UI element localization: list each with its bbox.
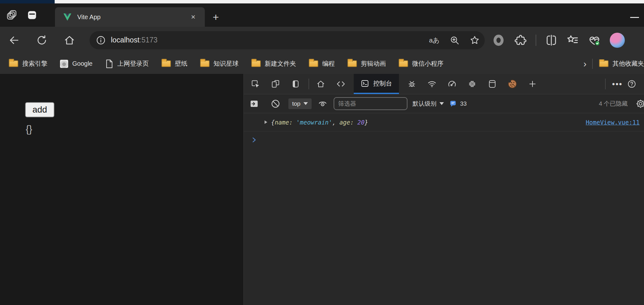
- chevron-down-icon: [303, 102, 308, 105]
- live-expression-eye-icon[interactable]: [317, 98, 329, 110]
- workspaces-icon[interactable]: [5, 8, 19, 22]
- inspect-element-icon[interactable]: [248, 77, 263, 91]
- toolbar-divider: [536, 35, 536, 46]
- other-favorites-folder[interactable]: 其他收藏夹: [599, 59, 644, 68]
- tab-actions-icon[interactable]: [25, 8, 39, 22]
- folder-icon: [309, 60, 318, 67]
- more-tools-plus-icon[interactable]: [525, 77, 540, 91]
- profile-avatar[interactable]: [610, 33, 625, 48]
- application-tab-icon[interactable]: [485, 77, 499, 91]
- devtools-divider: [605, 79, 606, 89]
- performance-tab-icon[interactable]: [445, 77, 459, 91]
- folder-icon: [161, 60, 171, 67]
- url-port: :5173: [139, 36, 158, 44]
- home-button[interactable]: [62, 33, 77, 48]
- debugger-bug-icon[interactable]: [405, 77, 419, 91]
- hidden-messages-count[interactable]: 4 个已隐藏: [599, 100, 628, 108]
- tab-vite-app[interactable]: Vite App ×: [55, 7, 205, 27]
- bookmark-login-page[interactable]: 上网登录页: [105, 59, 149, 69]
- memory-tab-icon[interactable]: [465, 77, 479, 91]
- console-tab-label: 控制台: [373, 79, 392, 88]
- cookie-extension-icon[interactable]: [505, 77, 520, 91]
- add-button[interactable]: add: [25, 102, 54, 117]
- bookmark-folder-wallpapers[interactable]: 壁纸: [161, 59, 188, 68]
- tab-title: Vite App: [77, 14, 188, 21]
- devtools-tab-strip: 控制台: [244, 74, 644, 94]
- bookmark-folder-new-folder[interactable]: 新建文件夹: [251, 59, 296, 68]
- google-favicon: [60, 60, 68, 68]
- zoom-icon[interactable]: [450, 35, 460, 45]
- console-sidebar-icon[interactable]: [248, 98, 260, 110]
- background-window-titlebar: [55, 0, 644, 3]
- expand-triangle-icon[interactable]: [264, 120, 268, 124]
- bookmarks-bar: 搜索引擎 Google 上网登录页 壁纸 知识星球 新建文件夹: [0, 53, 644, 74]
- site-info-icon[interactable]: [96, 35, 106, 45]
- network-tab-icon[interactable]: [425, 77, 439, 91]
- console-tab[interactable]: 控制台: [354, 74, 399, 94]
- console-object-preview[interactable]: {name: 'meowrain', age: 20}: [271, 119, 368, 126]
- reload-button[interactable]: [34, 33, 49, 48]
- bookmark-folder-search-engines[interactable]: 搜索引擎: [9, 59, 47, 68]
- console-toolbar: top 默认级别: [244, 94, 644, 113]
- vue-logo-icon: [63, 13, 72, 21]
- page-icon: [105, 59, 113, 69]
- message-bubble-icon: [449, 100, 457, 108]
- bookmark-folder-wechat-miniprogram[interactable]: 微信小程序: [399, 59, 444, 68]
- bookmarks-divider: [592, 59, 593, 69]
- clear-console-icon[interactable]: [270, 98, 281, 110]
- loop-extension-icon[interactable]: [492, 33, 505, 47]
- bookmark-folder-programming[interactable]: 编程: [309, 59, 335, 68]
- tab-bar: Vite App × +: [0, 3, 644, 27]
- devtools-panel: 控制台: [243, 74, 644, 305]
- prompt-chevron-icon: [251, 136, 258, 143]
- chevron-down-icon: [439, 102, 444, 105]
- back-button[interactable]: [7, 33, 22, 48]
- split-screen-icon[interactable]: [545, 34, 558, 47]
- window-minimize-button[interactable]: [630, 17, 639, 18]
- folder-icon: [399, 60, 408, 67]
- favorites-list-icon[interactable]: [566, 34, 579, 47]
- favorite-star-icon[interactable]: [470, 35, 480, 45]
- console-icon: [361, 79, 369, 88]
- text-size-icon[interactable]: aあ: [429, 36, 439, 45]
- console-prompt[interactable]: [244, 131, 644, 148]
- elements-tab-icon[interactable]: [334, 77, 348, 91]
- new-tab-button[interactable]: +: [209, 10, 223, 24]
- devtools-divider: [308, 79, 309, 89]
- content-area: add {}: [0, 74, 644, 305]
- extensions-icon[interactable]: [514, 34, 527, 47]
- bookmark-folder-zsxq[interactable]: 知识星球: [200, 59, 239, 68]
- javascript-context-selector[interactable]: top: [288, 98, 312, 109]
- devtools-more-options-icon[interactable]: •••: [610, 79, 625, 89]
- url-host: localhost: [111, 36, 139, 44]
- folder-icon: [200, 60, 210, 67]
- dock-side-icon[interactable]: [288, 77, 303, 91]
- browser-window: Vite App × + loc: [0, 0, 644, 305]
- console-message-count[interactable]: 33: [449, 100, 467, 108]
- address-bar[interactable]: localhost:5173 aあ: [90, 31, 485, 49]
- navigation-toolbar: localhost:5173 aあ: [0, 27, 644, 53]
- console-log-row: {name: 'meowrain', age: 20} HomeView.vue…: [244, 113, 644, 131]
- folder-icon: [347, 60, 357, 67]
- bookmark-google[interactable]: Google: [60, 60, 93, 68]
- window-top-strip: [0, 0, 644, 3]
- tab-close-icon[interactable]: ×: [188, 12, 199, 22]
- console-filter-input[interactable]: [334, 97, 407, 110]
- folder-icon: [599, 60, 609, 67]
- web-page-viewport: add {}: [0, 74, 243, 305]
- folder-icon: [9, 60, 18, 67]
- folder-icon: [251, 60, 261, 67]
- empty-object-text: {}: [26, 124, 32, 135]
- browser-essentials-icon[interactable]: [588, 34, 601, 47]
- source-file-link[interactable]: HomeView.vue:11: [586, 119, 640, 126]
- welcome-tab-icon[interactable]: [314, 77, 328, 91]
- bookmarks-overflow-chevron-icon[interactable]: ›: [583, 58, 587, 69]
- background-window-edge: [0, 0, 55, 3]
- device-emulation-icon[interactable]: [268, 77, 283, 91]
- log-level-selector[interactable]: 默认级别: [412, 100, 444, 108]
- devtools-help-icon[interactable]: [625, 77, 639, 91]
- settings-gear-icon[interactable]: [635, 98, 644, 109]
- bookmark-folder-video-editing[interactable]: 剪辑动画: [347, 59, 386, 68]
